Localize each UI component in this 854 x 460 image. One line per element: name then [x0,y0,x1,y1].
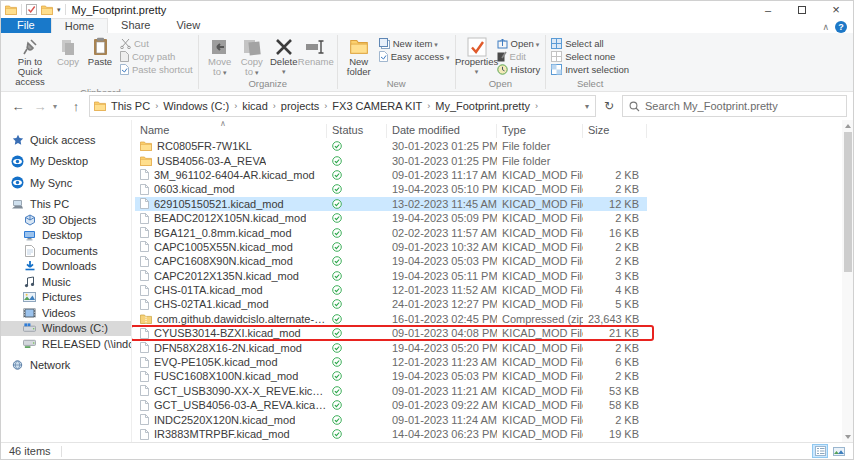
breadcrumb-separator-icon[interactable]: › [271,101,278,111]
breadcrumb-separator-icon[interactable]: › [153,101,160,111]
breadcrumb-separator-icon[interactable]: › [425,101,432,111]
select-all-button[interactable]: Select all [551,37,629,50]
cut-button[interactable]: Cut [120,37,193,50]
table-row[interactable]: RC0805FR-7W1KL30-01-2023 01:25 PMFile fo… [135,139,647,153]
table-row[interactable]: CYUSB3014-BZXI.kicad_mod09-01-2023 04:08… [135,326,647,340]
table-row[interactable]: CHS-01TA.kicad_mod12-01-2023 11:52 AMKIC… [135,283,647,297]
collapse-ribbon-icon[interactable]: ∧ [822,22,829,32]
invert-selection-button[interactable]: Invert selection [551,63,629,76]
table-row-partial[interactable] [135,441,647,442]
paste-button[interactable]: Paste [84,34,116,67]
tab-share[interactable]: Share [108,18,163,33]
table-row[interactable]: CAPC2012X135N.kicad_mod19-04-2023 05:11 … [135,269,647,283]
column-header-name[interactable]: Name [135,124,327,138]
easy-access-button[interactable]: Easy access [379,50,450,63]
scroll-down-icon[interactable] [842,431,853,442]
breadcrumb[interactable]: This PC›Windows (C:)›kicad›projects›FX3 … [89,95,596,117]
rename-button[interactable]: Rename [300,34,332,67]
table-row[interactable]: BGA121_0.8mm.kicad_mod02-02-2023 11:57 A… [135,225,647,239]
thumbnails-view-button[interactable] [831,444,847,458]
close-button[interactable]: × [819,1,853,18]
minimize-button[interactable]: – [751,1,785,18]
tab-home[interactable]: Home [51,18,108,33]
sidebar-item-quick-access[interactable]: Quick access [1,132,131,148]
sidebar-item-this-pc[interactable]: This PC [1,197,131,213]
breadcrumb-separator-icon[interactable]: › [232,101,239,111]
table-row[interactable]: 3M_961102-6404-AR.kicad_mod09-01-2023 11… [135,168,647,182]
table-row[interactable]: IR3883MTRPBF.kicad_mod14-04-2023 06:23 P… [135,427,647,441]
copy-button[interactable]: Copy [52,34,84,67]
qat-new-folder-button[interactable] [41,5,53,15]
scroll-up-icon[interactable] [842,120,853,131]
sidebar-item-windows-c[interactable]: Windows (C:) [1,321,131,337]
recent-locations-dropdown[interactable]: ▾ [53,102,63,111]
pin-to-quick-access-button[interactable]: Pin to Quick access [8,34,52,87]
move-to-button[interactable]: Move to [204,34,236,78]
sidebar-item-downloads[interactable]: Downloads [1,259,131,275]
table-row[interactable]: CAPC1005X55N.kicad_mod09-01-2023 10:32 A… [135,240,647,254]
address-dropdown-icon[interactable]: ▾ [585,102,591,111]
table-row[interactable]: CHS-02TA1.kicad_mod24-01-2023 12:27 PMKI… [135,297,647,311]
sidebar-item-desktop[interactable]: Desktop [1,228,131,244]
breadcrumb-item[interactable]: FX3 CAMERA KIT [329,100,425,112]
table-row[interactable]: GCT_USB4056-03-A_REVA.kicad_mod09-01-202… [135,398,647,412]
table-row[interactable]: EVQ-PE105K.kicad_mod12-01-2023 11:23 AMK… [135,355,647,369]
new-folder-button[interactable]: New folder [343,34,375,77]
back-button[interactable]: ← [9,99,27,114]
breadcrumb-separator-icon[interactable]: › [533,101,540,111]
vertical-scrollbar[interactable] [842,120,853,442]
table-row[interactable]: DFN58X28X16-2N.kicad_mod19-04-2023 05:20… [135,340,647,354]
sidebar-item-my-sync[interactable]: My Sync [1,175,131,191]
sidebar-item-3d-objects[interactable]: 3D Objects [1,212,131,228]
properties-button[interactable]: Properties [461,34,493,77]
table-row[interactable]: FUSC1608X100N.kicad_mod19-04-2023 05:03 … [135,369,647,383]
search-box[interactable] [622,95,847,117]
sidebar-item-music[interactable]: Music [1,274,131,290]
paste-shortcut-button[interactable]: Paste shortcut [120,63,193,76]
column-header-type[interactable]: Type [497,124,583,138]
copy-path-button[interactable]: Copy path [120,50,193,63]
up-button[interactable]: ↑ [67,99,85,114]
tab-view[interactable]: View [163,18,213,33]
table-row[interactable]: CAPC1608X90N.kicad_mod19-04-2023 05:03 P… [135,254,647,268]
sidebar-item-network[interactable]: Network [1,358,131,374]
search-input[interactable] [645,100,840,112]
history-button[interactable]: History [497,63,541,76]
column-header-date-modified[interactable]: Date modified [387,124,497,138]
column-header-status[interactable]: Status [327,124,387,138]
scrollbar-thumb[interactable] [844,132,852,272]
breadcrumb-item[interactable]: This PC [108,100,153,112]
table-row[interactable]: GCT_USB3090-XX-X_REVE.kicad_mod09-01-202… [135,384,647,398]
sidebar-item-released-indccaddb[interactable]: RELEASED (\\indccaddb [1,336,131,352]
table-row[interactable]: USB4056-03-A_REVA30-01-2023 01:25 PMFile… [135,153,647,167]
table-row[interactable]: com.github.dawidcislo.alternate-kicad-li… [135,312,647,326]
sidebar-item-videos[interactable]: Videos [1,305,131,321]
column-header-size[interactable]: Size [583,124,647,138]
table-row[interactable]: INDC2520X120N.kicad_mod09-01-2023 11:24 … [135,412,647,426]
table-row[interactable]: 629105150521.kicad_mod13-02-2023 11:45 A… [135,197,647,211]
tab-file[interactable]: File [1,18,51,33]
qat-customize-dropdown[interactable]: ▾ [57,6,61,14]
forward-button[interactable]: → [31,99,49,114]
copy-to-button[interactable]: Copy to [236,34,268,78]
sidebar-item-documents[interactable]: Documents [1,243,131,259]
table-row[interactable]: BEADC2012X105N.kicad_mod19-04-2023 05:09… [135,211,647,225]
breadcrumb-separator-icon[interactable]: › [322,101,329,111]
open-button[interactable]: Open [497,37,541,50]
details-view-button[interactable] [812,444,828,458]
maximize-button[interactable] [785,1,819,18]
edit-button[interactable]: Edit [497,50,541,63]
breadcrumb-item[interactable]: Windows (C:) [160,100,232,112]
sidebar-item-my-desktop[interactable]: My Desktop [1,154,131,170]
help-icon[interactable]: ? [835,21,847,33]
breadcrumb-item[interactable]: My_Footprint.pretty [432,100,533,112]
new-item-button[interactable]: New item [379,37,450,50]
refresh-icon[interactable]: ↻ [600,99,618,113]
breadcrumb-item[interactable]: projects [278,100,323,112]
sidebar-item-pictures[interactable]: Pictures [1,290,131,306]
table-row[interactable]: 0603.kicad_mod19-04-2023 05:10 PMKICAD_M… [135,182,647,196]
select-none-button[interactable]: Select none [551,50,629,63]
qat-properties-button[interactable] [26,4,37,15]
breadcrumb-item[interactable]: kicad [239,100,271,112]
delete-button[interactable]: Delete [268,34,300,77]
